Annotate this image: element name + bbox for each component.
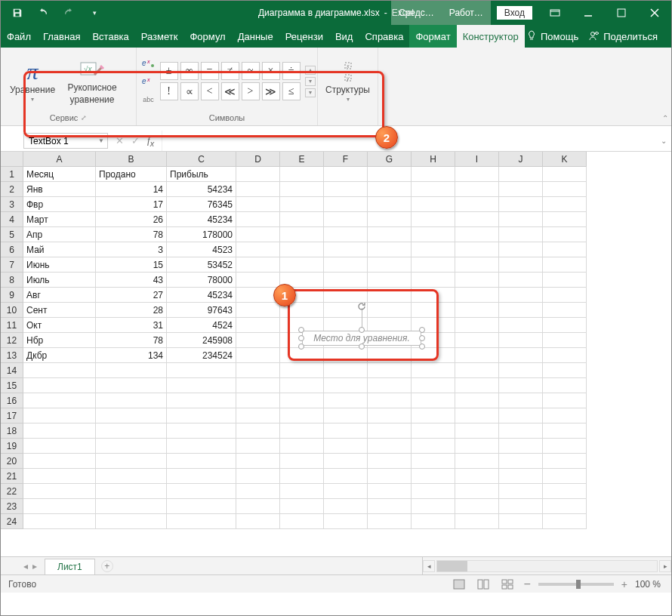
symbol-cell[interactable]: ∝ <box>180 82 199 100</box>
login-button[interactable]: Вход <box>497 6 532 20</box>
cell[interactable] <box>499 227 543 242</box>
cell[interactable] <box>455 393 499 408</box>
cell[interactable] <box>236 167 280 182</box>
equation-options-icon[interactable]: ex <box>140 55 157 72</box>
cell[interactable] <box>167 408 236 424</box>
row-header[interactable]: 22 <box>1 484 23 499</box>
cell[interactable] <box>280 167 324 182</box>
cell[interactable] <box>23 439 96 454</box>
cell[interactable] <box>455 469 499 484</box>
minimize-icon[interactable] <box>572 1 605 25</box>
cell[interactable] <box>324 393 368 408</box>
cell[interactable] <box>543 182 587 197</box>
worksheet-grid[interactable]: ABCDEFGHIJK 1234567891011121314151617181… <box>1 152 671 556</box>
cell[interactable] <box>23 514 96 529</box>
page-layout-view-icon[interactable] <box>475 578 492 591</box>
cell[interactable] <box>324 439 368 454</box>
cell[interactable] <box>167 424 236 439</box>
resize-handle[interactable] <box>419 343 425 350</box>
cell[interactable] <box>236 499 280 514</box>
collapse-ribbon-icon[interactable]: ⌃ <box>662 114 668 122</box>
chevron-down-icon[interactable]: ▼ <box>98 137 104 144</box>
cell[interactable] <box>280 408 324 424</box>
cell[interactable] <box>96 484 167 499</box>
share-button[interactable]: Поделиться <box>589 30 658 43</box>
cell[interactable] <box>499 288 543 303</box>
cell[interactable] <box>96 408 167 424</box>
cell[interactable]: Апр <box>23 227 96 242</box>
cell[interactable] <box>324 378 368 393</box>
equation-button[interactable]: π Уравнение ▾ <box>5 57 60 106</box>
cell[interactable] <box>543 227 587 242</box>
cell[interactable] <box>280 182 324 197</box>
cell[interactable] <box>236 424 280 439</box>
cell[interactable] <box>455 484 499 499</box>
cell[interactable] <box>412 378 455 393</box>
cell[interactable] <box>543 257 587 273</box>
cell[interactable]: Окт <box>23 318 96 333</box>
cell[interactable] <box>324 408 368 424</box>
zoom-out-icon[interactable]: − <box>523 578 530 591</box>
row-header[interactable]: 13 <box>1 348 23 363</box>
cell[interactable] <box>236 378 280 393</box>
cell[interactable] <box>499 197 543 212</box>
symbol-cell[interactable]: ≤ <box>282 82 301 100</box>
cell[interactable] <box>412 439 455 454</box>
cell[interactable] <box>368 273 412 288</box>
row-header[interactable]: 6 <box>1 242 23 257</box>
row-header[interactable]: 20 <box>1 454 23 469</box>
undo-icon[interactable] <box>34 4 52 22</box>
tab-insert[interactable]: Вставка <box>86 25 134 48</box>
cell[interactable] <box>412 167 455 182</box>
column-header[interactable]: H <box>412 152 455 167</box>
row-header[interactable]: 24 <box>1 514 23 529</box>
row-header[interactable]: 1 <box>1 167 23 182</box>
new-sheet-icon[interactable]: + <box>101 560 113 572</box>
cell[interactable] <box>543 303 587 318</box>
cell[interactable] <box>455 257 499 273</box>
cell[interactable] <box>543 439 587 454</box>
cell[interactable] <box>23 363 96 378</box>
cell[interactable] <box>236 439 280 454</box>
cell[interactable] <box>324 257 368 273</box>
cell[interactable] <box>412 393 455 408</box>
cell[interactable] <box>324 454 368 469</box>
cell[interactable]: 53452 <box>167 257 236 273</box>
cell[interactable] <box>96 454 167 469</box>
cell[interactable] <box>324 167 368 182</box>
cell[interactable] <box>499 212 543 227</box>
symbol-cell[interactable]: ∞ <box>180 62 199 80</box>
linear-icon[interactable]: abc <box>140 91 157 108</box>
ribbon-display-icon[interactable] <box>538 1 572 25</box>
cell[interactable] <box>455 499 499 514</box>
cell[interactable] <box>368 212 412 227</box>
cell[interactable] <box>368 242 412 257</box>
cell[interactable]: 26 <box>96 212 167 227</box>
cell[interactable] <box>455 363 499 378</box>
cell[interactable]: 4524 <box>167 318 236 333</box>
cell[interactable] <box>236 182 280 197</box>
cell[interactable] <box>499 378 543 393</box>
cell[interactable] <box>412 499 455 514</box>
symbols-gallery[interactable]: ±∞=≠~×÷!∝<≪>≫≤ <box>160 62 301 100</box>
cell[interactable]: Июль <box>23 273 96 288</box>
row-header[interactable]: 3 <box>1 197 23 212</box>
row-header[interactable]: 9 <box>1 288 23 303</box>
symbol-cell[interactable]: ~ <box>242 62 260 80</box>
cell[interactable] <box>455 212 499 227</box>
cell[interactable] <box>543 469 587 484</box>
cell[interactable] <box>324 182 368 197</box>
symbol-cell[interactable]: ÷ <box>282 62 301 80</box>
cell[interactable] <box>368 167 412 182</box>
resize-handle[interactable] <box>359 327 365 333</box>
column-header[interactable]: K <box>543 152 587 167</box>
cell[interactable] <box>96 469 167 484</box>
cell[interactable] <box>96 514 167 529</box>
cell[interactable]: 4523 <box>167 242 236 257</box>
cell[interactable] <box>499 484 543 499</box>
cell[interactable]: 43 <box>96 273 167 288</box>
zoom-in-icon[interactable]: + <box>621 578 627 590</box>
close-icon[interactable] <box>638 1 671 25</box>
cell[interactable] <box>543 197 587 212</box>
sheet-nav-next-icon[interactable]: ▸ <box>32 561 37 571</box>
